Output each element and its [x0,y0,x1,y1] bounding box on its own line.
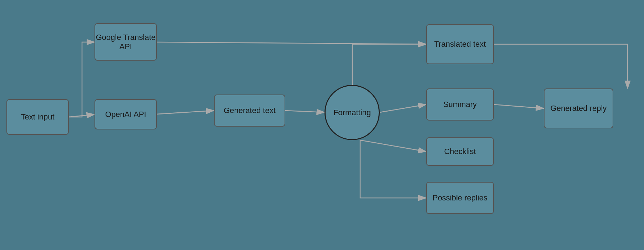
openai-api-label: OpenAI API [105,110,146,119]
text-input-node: Text input [6,99,69,135]
summary-node: Summary [426,88,494,121]
translated-text-node: Translated text [426,24,494,64]
formatting-label: Formatting [333,108,371,117]
summary-label: Summary [443,100,477,109]
generated-text-label: Generated text [224,106,276,115]
generated-reply-label: Generated reply [551,104,607,113]
formatting-node: Formatting [324,85,380,140]
google-translate-node: Google Translate API [94,23,157,61]
checklist-label: Checklist [444,147,476,156]
possible-replies-label: Possible replies [433,193,487,203]
generated-text-node: Generated text [214,95,285,127]
possible-replies-node: Possible replies [426,182,494,214]
checklist-node: Checklist [426,137,494,166]
openai-api-node: OpenAI API [94,99,157,129]
google-translate-label: Google Translate API [95,33,156,51]
translated-text-label: Translated text [434,40,486,49]
diagram-container: Text input Google Translate API OpenAI A… [0,0,644,250]
generated-reply-node: Generated reply [544,88,613,128]
text-input-label: Text input [21,112,54,122]
